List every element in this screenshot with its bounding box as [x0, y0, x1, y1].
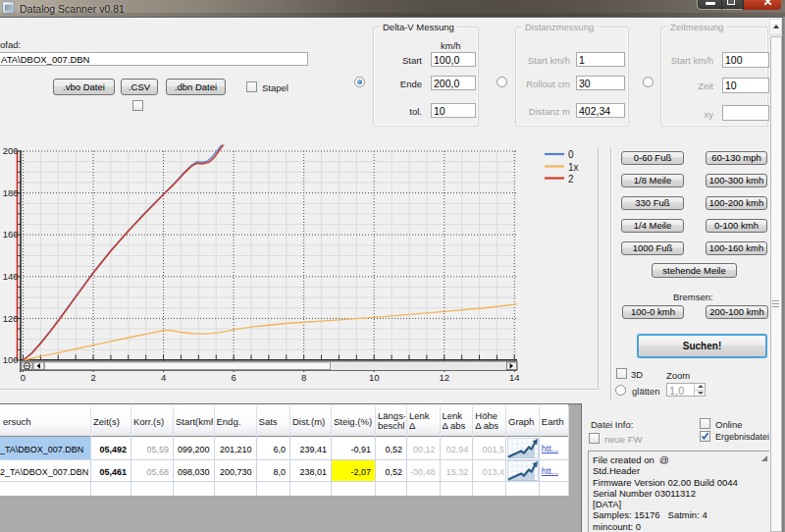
svg-text:0: 0: [568, 149, 574, 160]
svg-text:10: 10: [369, 372, 380, 383]
svg-text:14: 14: [509, 372, 520, 383]
svg-text:4: 4: [161, 372, 166, 383]
svg-text:1x: 1x: [568, 162, 579, 173]
svg-text:120: 120: [3, 313, 19, 324]
svg-text:160: 160: [3, 229, 19, 239]
svg-text:8: 8: [301, 372, 306, 383]
svg-text:6: 6: [231, 372, 236, 383]
svg-text:2: 2: [90, 372, 95, 383]
svg-text:0: 0: [21, 372, 26, 383]
svg-text:140: 140: [3, 271, 19, 282]
svg-text:100: 100: [3, 354, 19, 365]
svg-text:12: 12: [439, 372, 449, 383]
svg-text:200: 200: [3, 145, 19, 156]
svg-text:180: 180: [3, 187, 19, 198]
svg-text:2: 2: [568, 174, 574, 185]
